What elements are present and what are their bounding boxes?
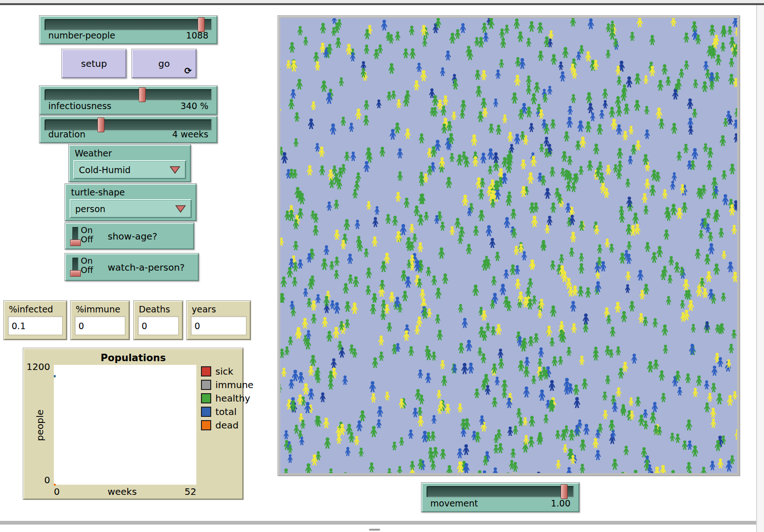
monitor-value-box: 0 [75, 316, 125, 335]
world-canvas[interactable] [280, 18, 737, 473]
turtle-shape-chooser: turtle-shape person [65, 184, 196, 221]
dropdown-arrow-icon [175, 205, 186, 213]
switch-on-label: On [81, 256, 93, 266]
show-age-switch[interactable]: On Off show-age? [65, 223, 194, 249]
plot-area [54, 365, 196, 485]
world-people [280, 18, 737, 473]
slider-label: movement [430, 498, 478, 508]
monitor-years: years 0 [187, 301, 251, 340]
legend-item-total: total [201, 406, 253, 417]
plot-x-axis-label: weeks [108, 486, 137, 497]
legend-item-dead: dead [201, 420, 253, 431]
switch-handle[interactable] [70, 270, 81, 277]
legend-swatch [201, 393, 211, 403]
watch-a-person-switch[interactable]: On Off watch-a-person? [65, 253, 199, 281]
plot-y-axis-label: people [34, 409, 45, 441]
monitor-value: 0 [142, 321, 147, 331]
setup-button[interactable]: setup [62, 49, 126, 78]
plot-legend: sickimmunehealthytotaldead [201, 366, 253, 433]
switch-on-label: On [81, 225, 93, 235]
right-gutter [756, 5, 764, 532]
plot-xmax-label: 52 [185, 486, 196, 497]
legend-label: immune [215, 379, 253, 390]
monitor-value: 0.1 [12, 321, 26, 331]
monitor-label: Deaths [139, 304, 170, 314]
legend-swatch [201, 380, 211, 390]
slider-label: infectiousness [48, 101, 111, 111]
weather-dropdown[interactable]: Cold-Humid [73, 160, 186, 179]
chooser-label: turtle-shape [71, 187, 125, 197]
turtle-shape-dropdown[interactable]: person [70, 199, 192, 218]
legend-label: healthy [215, 393, 250, 404]
forever-icon: ⟳ [184, 65, 192, 76]
monitor-deaths: Deaths 0 [134, 301, 183, 340]
monitor-value-box: 0 [138, 316, 179, 335]
legend-label: dead [215, 420, 239, 431]
window-top-border [0, 3, 764, 5]
slider-value: 1.00 [551, 498, 570, 508]
duration-slider[interactable]: duration 4 weeks [39, 116, 217, 143]
weather-chooser: Weather Cold-Humid [69, 145, 191, 182]
resize-handle[interactable] [369, 529, 380, 531]
dropdown-arrow-icon [169, 166, 181, 174]
slider-track[interactable] [45, 89, 212, 101]
monitor-value-box: 0.1 [8, 316, 63, 335]
plot-point-total [54, 375, 56, 377]
window-bottom-border [0, 521, 756, 525]
weather-dropdown-value: Cold-Humid [79, 165, 169, 175]
legend-item-healthy: healthy [201, 393, 253, 404]
slider-value: 340 % [181, 101, 208, 111]
monitor-value: 0 [194, 321, 200, 331]
go-button-label: go [158, 58, 170, 69]
slider-label: duration [48, 129, 85, 139]
monitor-label: years [192, 304, 216, 314]
setup-button-label: setup [81, 58, 107, 69]
legend-swatch [201, 407, 211, 417]
switch-off-label: Off [81, 234, 93, 244]
plot-ymin-label: 0 [35, 474, 50, 486]
switch-channel[interactable] [72, 258, 78, 271]
infectiousness-slider[interactable]: infectiousness 340 % [39, 86, 217, 115]
world-view [278, 15, 740, 476]
plot-title: Populations [24, 352, 242, 363]
monitor-value: 0 [78, 321, 84, 331]
plot-xmin-label: 0 [54, 486, 60, 497]
slider-value: 4 weeks [172, 129, 208, 139]
switch-channel[interactable] [72, 227, 78, 240]
slider-handle[interactable] [561, 484, 568, 499]
switch-off-label: Off [81, 265, 93, 275]
switch-name-label: show-age? [108, 224, 157, 248]
chooser-label: Weather [75, 148, 112, 158]
plot-point-dead [54, 484, 56, 486]
legend-item-immune: immune [201, 379, 253, 390]
slider-track[interactable] [427, 486, 574, 498]
number-people-slider[interactable]: number-people 1088 [39, 16, 217, 44]
legend-item-sick: sick [201, 366, 253, 377]
switch-handle[interactable] [70, 240, 81, 246]
slider-track[interactable] [45, 19, 212, 31]
legend-label: total [215, 406, 237, 417]
legend-label: sick [215, 366, 233, 377]
window-top-strip [0, 0, 764, 3]
monitor-percent-infected: %infected 0.1 [4, 301, 67, 340]
plot-ymax-label: 1200 [24, 361, 50, 372]
movement-slider[interactable]: movement 1.00 [421, 483, 579, 512]
monitor-percent-immune: %immune 0 [71, 301, 129, 340]
netlogo-interface: number-people 1088 setup go ⟳ infectious… [0, 0, 764, 532]
plot-x-axis: 0 weeks 52 [54, 486, 196, 497]
go-button[interactable]: go ⟳ [132, 49, 196, 78]
slider-value: 1088 [186, 30, 208, 40]
legend-swatch [201, 366, 211, 376]
turtle-shape-dropdown-value: person [75, 204, 175, 214]
populations-plot: Populations 1200 0 people 0 weeks 52 sic… [23, 348, 243, 500]
switch-name-label: watch-a-person? [108, 254, 185, 280]
legend-swatch [201, 420, 211, 430]
monitor-label: %infected [9, 304, 53, 314]
slider-label: number-people [48, 30, 115, 40]
monitor-value-box: 0 [191, 316, 246, 335]
monitor-label: %immune [76, 304, 120, 314]
slider-handle[interactable] [139, 87, 146, 102]
